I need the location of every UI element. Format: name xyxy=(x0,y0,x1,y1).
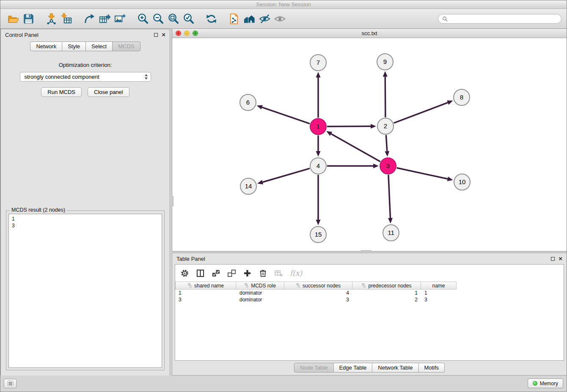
select-all-columns-button[interactable] xyxy=(212,269,220,278)
tab-style[interactable]: Style xyxy=(62,41,86,51)
column-header-successor-nodes[interactable]: successor nodes xyxy=(284,282,352,290)
column-header-shared-name[interactable]: shared name xyxy=(175,282,236,290)
close-mcds-panel-button[interactable]: Close panel xyxy=(88,87,129,97)
table-row[interactable]: 3 dominator 3 2 3 xyxy=(175,296,564,303)
zoom-out-button[interactable] xyxy=(150,11,165,27)
cell-mcds-role[interactable]: dominator xyxy=(236,296,284,303)
import-table-button[interactable] xyxy=(59,11,74,27)
panel-menu-button[interactable] xyxy=(4,379,17,388)
table-row[interactable]: 1 dominator 4 1 1 xyxy=(175,290,564,296)
table-settings-button[interactable] xyxy=(180,269,189,278)
delete-column-button[interactable] xyxy=(259,269,267,278)
close-window-icon[interactable]: × xyxy=(176,30,181,36)
cell-successor-nodes[interactable]: 4 xyxy=(284,290,352,296)
cell-shared-name[interactable]: 3 xyxy=(175,296,236,303)
zoom-in-button[interactable] xyxy=(135,11,150,27)
create-column-button[interactable] xyxy=(243,269,252,278)
close-table-panel-icon[interactable]: × xyxy=(559,257,562,261)
search-box[interactable] xyxy=(438,14,561,24)
network-overview-button[interactable] xyxy=(226,11,242,27)
float-table-panel-icon[interactable] xyxy=(551,256,555,262)
graph-node-6[interactable]: 6 xyxy=(240,94,256,110)
column-header-name[interactable]: name xyxy=(421,282,457,290)
deselect-all-columns-button[interactable] xyxy=(227,269,236,278)
graph-edge-3-10[interactable] xyxy=(397,168,453,181)
close-panel-icon[interactable]: × xyxy=(162,33,165,37)
run-mcds-button[interactable]: Run MCDS xyxy=(41,87,82,97)
open-session-button[interactable] xyxy=(6,11,21,27)
cell-successor-nodes[interactable]: 3 xyxy=(284,296,352,303)
search-input[interactable] xyxy=(450,16,557,22)
network-window-titlebar[interactable]: × − + scc.txt xyxy=(172,29,567,38)
eye-icon xyxy=(274,13,286,25)
graph-node-3[interactable]: 3 xyxy=(380,158,396,174)
network-canvas[interactable]: 7968124314101511 xyxy=(172,38,567,251)
cell-name[interactable]: 1 xyxy=(421,290,457,296)
column-header-mcds-role[interactable]: MCDS role xyxy=(236,282,284,290)
tab-motifs[interactable]: Motifs xyxy=(418,363,445,373)
delete-table-icon xyxy=(274,269,283,278)
graph-edge-1-2[interactable] xyxy=(327,124,376,129)
graph-node-14[interactable]: 14 xyxy=(240,178,256,194)
cell-name[interactable]: 3 xyxy=(421,296,457,303)
horizontal-splitter-grip[interactable] xyxy=(361,250,371,252)
show-columns-button[interactable] xyxy=(196,269,205,278)
tab-edge-table[interactable]: Edge Table xyxy=(333,363,372,373)
criterion-dropdown[interactable]: strongly connected component xyxy=(20,72,151,82)
cell-shared-name[interactable]: 1 xyxy=(175,290,236,296)
select-all-icon xyxy=(212,269,220,278)
graph-node-7[interactable]: 7 xyxy=(310,55,326,71)
cell-mcds-role[interactable]: dominator xyxy=(236,290,284,296)
graph-node-11[interactable]: 11 xyxy=(383,225,399,241)
tab-node-table[interactable]: Node Table xyxy=(294,363,334,373)
graph-edge-4-14[interactable] xyxy=(257,168,310,185)
network-graph[interactable]: 7968124314101511 xyxy=(172,38,567,251)
status-bar: Memory xyxy=(0,375,567,392)
zoom-selected-button[interactable] xyxy=(181,11,196,27)
export-image-button[interactable] xyxy=(112,11,127,27)
graph-node-8[interactable]: 8 xyxy=(454,89,470,105)
vertical-splitter-grip[interactable] xyxy=(172,196,173,206)
graph-edge-4-15[interactable] xyxy=(316,175,321,225)
float-panel-icon[interactable] xyxy=(154,32,158,38)
graph-node-4[interactable]: 4 xyxy=(310,158,326,174)
tab-network-table[interactable]: Network Table xyxy=(372,363,418,373)
window-titlebar[interactable]: Session: New Session xyxy=(0,0,567,9)
graph-node-1[interactable]: 1 xyxy=(310,119,326,135)
zoom-fit-button[interactable] xyxy=(165,11,181,27)
graph-node-10[interactable]: 10 xyxy=(454,174,470,190)
graph-node-15[interactable]: 15 xyxy=(310,226,326,243)
mcds-result-list[interactable]: 1 3 xyxy=(8,214,162,368)
graph-edge-1-7[interactable] xyxy=(316,72,321,118)
minimize-window-icon[interactable]: − xyxy=(184,30,190,36)
column-header-predecessor-nodes[interactable]: predecessor nodes xyxy=(352,282,421,290)
graph-node-9[interactable]: 9 xyxy=(377,54,393,70)
application-window: Session: New Session xyxy=(0,0,567,392)
save-session-button[interactable] xyxy=(21,11,36,27)
cell-predecessor-nodes[interactable]: 1 xyxy=(352,290,421,296)
tab-mcds[interactable]: MCDS xyxy=(113,41,140,51)
home-button[interactable] xyxy=(242,11,257,27)
graph-edge-2-9[interactable] xyxy=(383,71,388,117)
hide-details-button[interactable] xyxy=(257,11,272,27)
memory-button[interactable]: Memory xyxy=(528,378,563,388)
graph-edge-3-11[interactable] xyxy=(388,175,393,224)
graph-edge-1-4[interactable] xyxy=(316,135,321,157)
export-network-button[interactable] xyxy=(82,11,97,27)
graph-edge-4-3[interactable] xyxy=(327,164,379,168)
list-icon xyxy=(7,380,14,387)
tab-select[interactable]: Select xyxy=(86,41,113,51)
show-details-button[interactable] xyxy=(272,11,287,27)
graph-edge-1-6[interactable] xyxy=(257,105,310,124)
cell-predecessor-nodes[interactable]: 2 xyxy=(352,296,421,303)
maximize-window-icon[interactable]: + xyxy=(193,30,198,36)
graph-edge-2-3[interactable] xyxy=(385,135,389,157)
svg-text:15: 15 xyxy=(315,231,322,238)
apply-layout-button[interactable] xyxy=(204,11,219,27)
graph-edge-2-8[interactable] xyxy=(394,100,453,123)
export-table-button[interactable] xyxy=(97,11,112,27)
import-network-button[interactable] xyxy=(44,11,59,27)
graph-edge-3-1[interactable] xyxy=(326,131,380,162)
graph-node-2[interactable]: 2 xyxy=(377,118,394,134)
tab-network[interactable]: Network xyxy=(30,41,62,51)
